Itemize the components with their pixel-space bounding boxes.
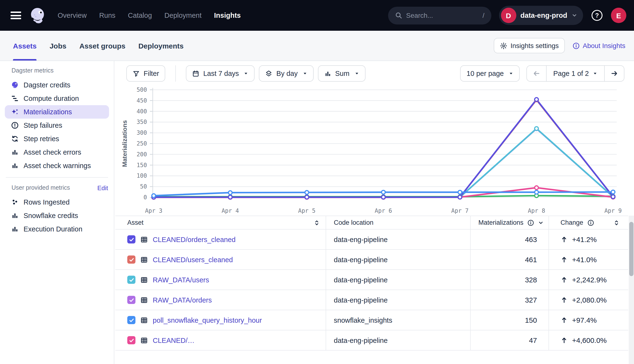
sidebar-item-asset-check-errors[interactable]: Asset check errors	[5, 146, 109, 159]
sidebar-item-label: Compute duration	[24, 94, 79, 102]
materializations-chart[interactable]: 050100150200250300350400450500Materializ…	[114, 84, 634, 228]
sidebar-item-label: Materializations	[24, 108, 72, 116]
arrow-up-icon	[560, 337, 568, 344]
chart-point[interactable]	[305, 195, 309, 199]
search-box[interactable]: /	[388, 6, 491, 24]
asset-checkbox[interactable]	[127, 256, 136, 264]
asset-checkbox[interactable]	[127, 316, 136, 324]
svg-text:Apr 6: Apr 6	[375, 208, 392, 214]
chart-point[interactable]	[611, 190, 615, 194]
table-scrollbar[interactable]	[629, 216, 634, 364]
page-selector-dropdown[interactable]: Page 1 of 2	[546, 66, 605, 81]
svg-text:400: 400	[137, 108, 147, 115]
chevron-down-icon[interactable]	[538, 220, 544, 226]
chart-point[interactable]	[152, 194, 156, 198]
sidebar-item-step-failures[interactable]: Step failures	[5, 118, 109, 132]
chevron-down-icon	[572, 12, 577, 18]
edit-metrics-link[interactable]: Edit	[97, 184, 108, 191]
aggregation-dropdown[interactable]: Sum	[318, 65, 366, 82]
asset-link[interactable]: CLEANED/…	[153, 336, 194, 344]
next-page-button[interactable]	[605, 66, 624, 81]
date-range-dropdown[interactable]: Last 7 days	[186, 65, 254, 82]
chart-point[interactable]	[458, 190, 462, 194]
sidebar-divider	[6, 177, 108, 178]
sidebar-item-dagster-credits[interactable]: Dagster credits	[5, 78, 109, 92]
change-value: +2,080.0%	[572, 296, 606, 304]
nav-runs[interactable]: Runs	[99, 12, 116, 19]
sidebar-item-label: Snowflake credits	[24, 212, 78, 220]
check-icon	[128, 236, 134, 242]
menu-icon[interactable]	[10, 12, 21, 19]
svg-text:0: 0	[144, 194, 147, 201]
prev-page-button[interactable]	[527, 66, 546, 81]
asset-link[interactable]: poll_snowflake_query_history_hour	[153, 316, 262, 324]
asset-link[interactable]: CLEANED/users_cleaned	[153, 256, 233, 264]
svg-text:350: 350	[137, 118, 147, 125]
asset-link[interactable]: RAW_DATA/orders	[153, 296, 212, 304]
nav-insights[interactable]: Insights	[214, 12, 241, 19]
per-page-dropdown[interactable]: 10 per page	[460, 65, 520, 82]
table-body: CLEANED/orders_cleaned data-eng-pipeline…	[115, 230, 628, 350]
filter-button[interactable]: Filter	[126, 65, 165, 82]
info-icon[interactable]	[588, 219, 594, 226]
code-location-value: data-eng-pipeline	[334, 236, 388, 243]
asset-checkbox[interactable]	[127, 296, 136, 304]
dagster-logo-icon[interactable]	[29, 6, 47, 24]
sidebar-item-label: Step failures	[24, 122, 62, 129]
asset-checkbox[interactable]	[127, 235, 136, 244]
asset-checkbox[interactable]	[127, 336, 136, 344]
help-icon[interactable]: ?	[591, 9, 603, 22]
deployment-switcher[interactable]: D data-eng-prod	[499, 6, 583, 25]
scrollbar-thumb[interactable]	[629, 222, 634, 276]
search-input[interactable]	[406, 12, 468, 19]
chart-point[interactable]	[382, 190, 386, 194]
asset-link[interactable]: CLEANED/orders_cleaned	[153, 236, 236, 243]
insights-settings-button[interactable]: Insights settings	[494, 38, 565, 53]
sidebar-item-snowflake-credits[interactable]: Snowflake credits	[5, 209, 109, 222]
chart-point[interactable]	[611, 195, 615, 199]
chart-point[interactable]	[534, 190, 538, 194]
sort-icon[interactable]	[314, 219, 320, 226]
nav-overview[interactable]: Overview	[58, 12, 87, 19]
chart-point[interactable]	[228, 195, 232, 199]
bar-chart-icon	[11, 225, 19, 233]
sidebar-item-step-retries[interactable]: Step retries	[5, 132, 109, 146]
dagster-metrics-title: Dagster metrics	[12, 67, 54, 74]
about-insights-link[interactable]: About Insights	[573, 42, 625, 50]
chart-line-5	[154, 100, 613, 197]
chart-point[interactable]	[534, 126, 538, 130]
sort-icon[interactable]	[613, 219, 620, 226]
arrow-left-icon	[533, 70, 540, 77]
chart-point[interactable]	[534, 186, 538, 190]
chart-point[interactable]	[382, 195, 386, 199]
chart-point[interactable]	[305, 191, 309, 194]
nav-catalog[interactable]: Catalog	[128, 12, 152, 19]
tab-assets[interactable]: Assets	[13, 31, 36, 60]
arrow-up-icon	[560, 236, 568, 243]
nav-deployment[interactable]: Deployment	[164, 12, 202, 19]
tab-deployments[interactable]: Deployments	[138, 31, 184, 60]
tab-jobs[interactable]: Jobs	[50, 31, 66, 60]
asset-link[interactable]: RAW_DATA/users	[153, 276, 209, 284]
materializations-value: 327	[525, 296, 537, 304]
code-location-value: data-eng-pipeline	[334, 256, 388, 264]
svg-text:Apr 3: Apr 3	[145, 208, 162, 214]
sidebar-item-asset-check-warnings[interactable]: Asset check warnings	[5, 159, 109, 172]
info-icon[interactable]	[527, 219, 534, 226]
chart-point[interactable]	[534, 98, 538, 102]
toolbar-divider	[175, 65, 176, 82]
sidebar-item-materializations[interactable]: Materializations	[5, 105, 109, 118]
top-nav: Overview Runs Catalog Deployment Insight…	[0, 0, 634, 31]
granularity-dropdown[interactable]: By day	[259, 65, 314, 82]
user-avatar[interactable]: E	[611, 8, 626, 23]
chart-point[interactable]	[228, 191, 232, 194]
tab-asset-groups[interactable]: Asset groups	[79, 31, 125, 60]
sidebar-item-execution-duration[interactable]: Execution Duration	[5, 222, 109, 236]
insights-settings-label: Insights settings	[510, 42, 559, 50]
caret-down-icon	[509, 71, 514, 76]
chart-point[interactable]	[458, 195, 462, 199]
sidebar-item-rows-ingested[interactable]: Rows Ingested	[5, 196, 109, 209]
caret-down-icon	[593, 71, 598, 76]
sidebar-item-compute-duration[interactable]: Compute duration	[5, 92, 109, 105]
asset-checkbox[interactable]	[127, 276, 136, 284]
